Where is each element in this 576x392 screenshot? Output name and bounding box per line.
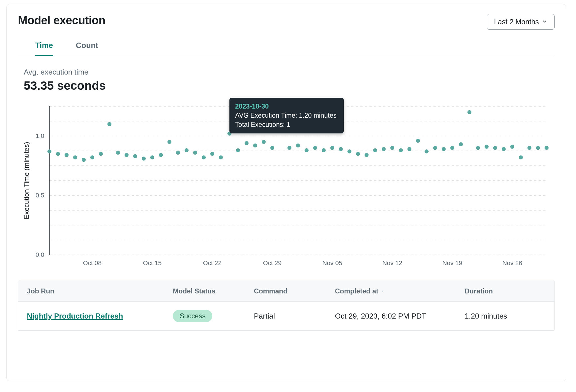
chart-point[interactable]	[416, 139, 420, 143]
chart-point[interactable]	[545, 146, 549, 150]
tab-count[interactable]: Count	[76, 41, 98, 56]
th-command[interactable]: Command	[254, 287, 335, 295]
job-run-link[interactable]: Nightly Production Refresh	[27, 312, 123, 320]
chart-point[interactable]	[296, 143, 300, 147]
caret-down-icon	[381, 287, 385, 295]
chart-point[interactable]	[510, 145, 514, 149]
chart-point[interactable]	[365, 153, 369, 157]
chart-point[interactable]	[347, 149, 351, 153]
chart-point[interactable]	[450, 146, 454, 150]
chart-point[interactable]	[193, 151, 197, 155]
chart-point[interactable]	[485, 145, 489, 149]
svg-text:Oct 08: Oct 08	[83, 259, 102, 267]
chart-point[interactable]	[56, 152, 60, 156]
model-execution-card: Model execution Last 2 Months Time Count…	[6, 4, 566, 381]
chart-point[interactable]	[519, 155, 523, 159]
chart-point[interactable]	[159, 153, 163, 157]
svg-text:Oct 29: Oct 29	[263, 259, 282, 267]
table-header-row: Job Run Model Status Command Completed a…	[18, 281, 554, 302]
chart-point[interactable]	[142, 157, 146, 161]
chart-point[interactable]	[382, 147, 386, 151]
chevron-down-icon	[542, 18, 547, 26]
tab-time[interactable]: Time	[35, 41, 53, 56]
chart-point[interactable]	[330, 146, 334, 150]
th-completed-at[interactable]: Completed at	[335, 287, 465, 295]
chart-point[interactable]	[390, 146, 394, 150]
chart-point[interactable]	[107, 122, 111, 126]
chart-point[interactable]	[287, 146, 291, 150]
tooltip-date: 2023-10-30	[235, 102, 338, 111]
time-range-dropdown[interactable]: Last 2 Months	[487, 14, 555, 30]
chart-point[interactable]	[459, 142, 463, 146]
chart-point[interactable]	[536, 146, 540, 150]
stat-label: Avg. execution time	[24, 68, 549, 77]
chart-point[interactable]	[322, 148, 326, 152]
chart-point[interactable]	[125, 153, 129, 157]
chart-point[interactable]	[339, 147, 343, 151]
table-row: Nightly Production Refresh Success Parti…	[18, 302, 554, 331]
chart-point[interactable]	[219, 155, 223, 159]
chart-point[interactable]	[356, 152, 360, 156]
svg-text:Oct 22: Oct 22	[203, 259, 222, 267]
chart-point[interactable]	[502, 147, 506, 151]
svg-text:0.0: 0.0	[35, 251, 44, 258]
cell-completed: Oct 29, 2023, 6:02 PM PDT	[335, 312, 465, 321]
status-badge: Success	[173, 310, 213, 322]
chart-point[interactable]	[65, 153, 69, 157]
svg-text:Execution Time (minutes): Execution Time (minutes)	[23, 142, 30, 219]
chart-point[interactable]	[99, 152, 103, 156]
tooltip-line-1: AVG Execution Time: 1.20 minutes	[235, 111, 338, 120]
chart-point[interactable]	[176, 151, 180, 155]
cell-command: Partial	[254, 312, 335, 321]
chart-point[interactable]	[373, 148, 377, 152]
chart-point[interactable]	[493, 146, 497, 150]
svg-text:Nov 12: Nov 12	[382, 259, 402, 267]
svg-text:Nov 19: Nov 19	[442, 259, 462, 267]
chart-point[interactable]	[442, 147, 446, 151]
th-duration[interactable]: Duration	[465, 287, 546, 295]
th-job-run[interactable]: Job Run	[27, 287, 173, 295]
chart-point[interactable]	[245, 141, 249, 145]
chart-point[interactable]	[407, 147, 411, 151]
chart-point[interactable]	[433, 146, 437, 150]
th-model-status[interactable]: Model Status	[173, 287, 254, 295]
svg-text:0.5: 0.5	[35, 192, 44, 199]
chart-point[interactable]	[262, 140, 266, 144]
svg-text:1.0: 1.0	[35, 132, 44, 139]
chart-zone: 2023-10-30 AVG Execution Time: 1.20 minu…	[18, 95, 555, 275]
svg-text:Nov 05: Nov 05	[322, 259, 342, 267]
stat-value: 53.35 seconds	[24, 79, 549, 93]
tabs: Time Count	[18, 30, 555, 56]
chart-point[interactable]	[476, 146, 480, 150]
chart-point[interactable]	[90, 155, 94, 159]
tooltip-line-2: Total Executions: 1	[235, 120, 338, 129]
runs-table: Job Run Model Status Command Completed a…	[18, 281, 555, 331]
chart-point[interactable]	[47, 149, 51, 153]
chart-point[interactable]	[82, 158, 86, 162]
svg-text:Nov 26: Nov 26	[502, 259, 522, 267]
chart-point[interactable]	[167, 140, 171, 144]
chart-point[interactable]	[425, 149, 429, 153]
chart-point[interactable]	[527, 146, 531, 150]
cell-duration: 1.20 minutes	[465, 312, 546, 321]
chart-point[interactable]	[133, 154, 137, 158]
chart-point[interactable]	[305, 148, 309, 152]
chart-point[interactable]	[253, 143, 257, 147]
chart-point[interactable]	[399, 148, 403, 152]
chart-point[interactable]	[73, 155, 77, 159]
chart-point[interactable]	[270, 146, 274, 150]
chart-point[interactable]	[185, 148, 189, 152]
chart-point[interactable]	[467, 110, 471, 114]
chart-point[interactable]	[150, 155, 154, 159]
chart-tooltip: 2023-10-30 AVG Execution Time: 1.20 minu…	[229, 98, 344, 133]
chart-point[interactable]	[210, 152, 214, 156]
svg-text:Oct 15: Oct 15	[143, 259, 162, 267]
chart-point[interactable]	[116, 151, 120, 155]
chart-point[interactable]	[202, 155, 206, 159]
chart-point[interactable]	[236, 148, 240, 152]
chart-point[interactable]	[313, 146, 317, 150]
page-title: Model execution	[18, 14, 105, 27]
time-range-label: Last 2 Months	[494, 18, 539, 26]
